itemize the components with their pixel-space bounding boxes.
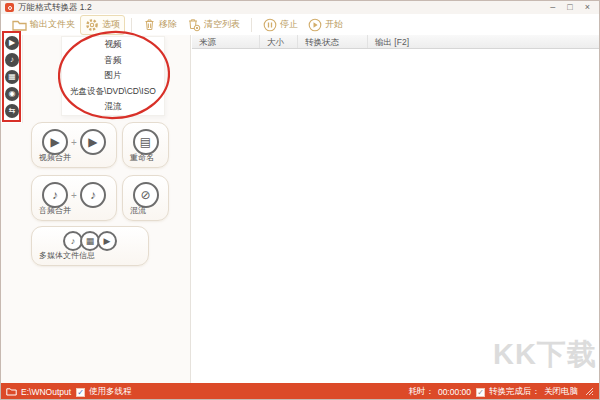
toolbar-separator: [131, 18, 132, 32]
remove-button[interactable]: 移除: [138, 15, 182, 34]
media-info-label: 多媒体文件信息: [39, 250, 95, 261]
menu-item-mux[interactable]: 混流: [62, 99, 164, 115]
menu-item-disc[interactable]: 光盘设备\DVD\CD\ISO: [62, 84, 164, 100]
audio-merge-label: 音频合并: [39, 205, 71, 216]
start-label: 开始: [325, 18, 343, 31]
after-convert-label: 转换完成后：: [489, 386, 540, 398]
output-path-text: E:\WNOutput: [21, 387, 71, 397]
play-icon: ▶: [97, 231, 117, 251]
output-folder-label: 输出文件夹: [30, 18, 75, 31]
app-window: 万能格式转换器 1.2 – □ × 输出文件夹 选项: [0, 0, 600, 400]
plus-sign: +: [71, 190, 77, 201]
video-merge-label: 视频合并: [39, 152, 71, 163]
elapsed-label: 耗时：: [408, 386, 434, 398]
multithread-label: 使用多线程: [89, 386, 132, 398]
plus-sign: +: [71, 137, 77, 148]
menu-item-image[interactable]: 图片: [62, 68, 164, 84]
window-title: 万能格式转换器 1.2: [18, 2, 92, 14]
category-icon-strip: ▶ ♪ ▦ ◉ ⇆: [1, 35, 23, 123]
category-dropdown-menu: 视频 音频 图片 光盘设备\DVD\CD\ISO 混流: [61, 36, 165, 116]
mux-label: 混流: [130, 205, 146, 216]
toolbar: 输出文件夹 选项 移除 清空列表: [1, 14, 599, 35]
mux-category-icon[interactable]: ⇆: [5, 104, 19, 118]
column-source[interactable]: 来源: [192, 35, 260, 48]
trash-clear-icon: [187, 18, 201, 32]
options-label: 选项: [102, 18, 120, 31]
pause-circle-icon: [263, 18, 277, 32]
minimize-button[interactable]: –: [550, 1, 555, 14]
clear-list-label: 清空列表: [204, 18, 240, 31]
folder-icon: [12, 19, 27, 31]
menu-item-video[interactable]: 视频: [62, 37, 164, 53]
audio-merge-button[interactable]: ♪ + ♪ 音频合并: [31, 175, 117, 221]
media-info-button[interactable]: ♪ ▦ ▶ 多媒体文件信息: [31, 226, 149, 266]
output-folder-button[interactable]: 输出文件夹: [7, 15, 80, 34]
watermark-text: KK下载: [493, 335, 597, 375]
stop-button[interactable]: 停止: [258, 15, 303, 35]
output-path-group[interactable]: E:\WNOutput: [6, 387, 71, 398]
stop-label: 停止: [280, 18, 298, 31]
menu-item-audio[interactable]: 音频: [62, 53, 164, 69]
play-circle-icon: [308, 18, 322, 32]
gear-icon: [85, 18, 99, 32]
resize-grip-icon[interactable]: [585, 387, 594, 398]
mux-button[interactable]: ⊘ 混流: [122, 175, 169, 221]
folder-small-icon: [6, 387, 17, 398]
app-logo-icon: [5, 3, 14, 12]
clear-list-button[interactable]: 清空列表: [182, 15, 245, 35]
title-bar: 万能格式转换器 1.2 – □ ×: [1, 1, 599, 14]
maximize-button[interactable]: □: [567, 1, 572, 14]
video-category-icon[interactable]: ▶: [5, 36, 19, 50]
status-bar: E:\WNOutput ✓ 使用多线程 耗时： 00:00:00 ✓ 转换完成后…: [1, 383, 599, 400]
play-icon: ▶: [80, 129, 106, 155]
remove-label: 移除: [159, 18, 177, 31]
column-status[interactable]: 转换状态: [298, 35, 368, 48]
after-convert-value[interactable]: 关闭电脑: [544, 386, 578, 398]
multithread-checkbox[interactable]: ✓: [76, 388, 85, 397]
video-merge-button[interactable]: ▶ + ▶ 视频合并: [31, 122, 117, 168]
music-note-icon: ♪: [80, 182, 106, 208]
file-list-region: 来源 大小 转换状态 输出 [F2] KK下载: [192, 35, 599, 383]
rename-button[interactable]: ▤ 重命名: [122, 122, 169, 168]
column-output[interactable]: 输出 [F2]: [368, 35, 599, 48]
image-category-icon[interactable]: ▦: [5, 70, 19, 84]
toolbar-separator: [251, 18, 252, 32]
options-button[interactable]: 选项: [80, 15, 125, 35]
file-table-header: 来源 大小 转换状态 输出 [F2]: [192, 35, 599, 49]
start-button[interactable]: 开始: [303, 15, 348, 35]
close-button[interactable]: ×: [585, 1, 590, 14]
after-convert-checkbox[interactable]: ✓: [476, 388, 485, 397]
disc-category-icon[interactable]: ◉: [5, 87, 19, 101]
trash-icon: [143, 18, 156, 31]
audio-category-icon[interactable]: ♪: [5, 53, 19, 67]
column-size[interactable]: 大小: [260, 35, 298, 48]
elapsed-value: 00:00:00: [438, 387, 471, 397]
rename-label: 重命名: [130, 152, 154, 163]
